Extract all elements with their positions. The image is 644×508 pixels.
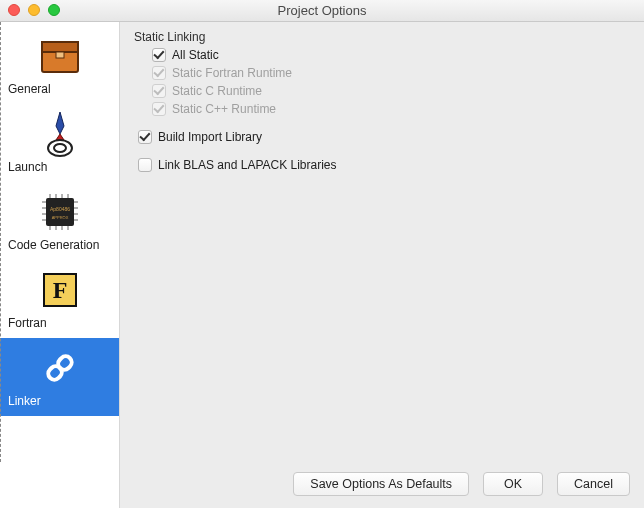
save-defaults-button[interactable]: Save Options As Defaults	[293, 472, 469, 496]
checkbox-icon	[138, 130, 152, 144]
cancel-button[interactable]: Cancel	[557, 472, 630, 496]
checkbox-link-blas-lapack[interactable]: Link BLAS and LAPACK Libraries	[138, 158, 630, 172]
svg-rect-5	[46, 198, 74, 226]
rocket-icon	[36, 110, 84, 158]
sidebar-item-linker[interactable]: Linker	[0, 338, 119, 416]
checkbox-build-import-library[interactable]: Build Import Library	[138, 130, 630, 144]
window-title: Project Options	[278, 3, 367, 18]
svg-rect-2	[56, 52, 64, 58]
checkbox-icon	[152, 66, 166, 80]
svg-text:F: F	[52, 277, 67, 303]
box-icon	[36, 32, 84, 80]
button-bar: Save Options As Defaults OK Cancel	[293, 472, 630, 496]
svg-rect-27	[55, 354, 73, 372]
zoom-window-icon[interactable]	[48, 4, 60, 16]
checkbox-icon	[152, 84, 166, 98]
checkbox-label: Build Import Library	[158, 130, 262, 144]
sidebar-item-general[interactable]: General	[0, 26, 119, 104]
group-label-static-linking: Static Linking	[134, 30, 630, 44]
checkbox-icon	[152, 48, 166, 62]
svg-rect-1	[42, 42, 78, 52]
svg-text:APPROX: APPROX	[51, 215, 68, 220]
ok-button[interactable]: OK	[483, 472, 543, 496]
checkbox-label: Static C++ Runtime	[172, 102, 276, 116]
sidebar-item-label: General	[4, 82, 115, 96]
sidebar-item-label: Launch	[4, 160, 115, 174]
checkbox-icon	[138, 158, 152, 172]
checkbox-static-fortran-runtime: Static Fortran Runtime	[152, 66, 630, 80]
fortran-icon: F	[36, 266, 84, 314]
sidebar-item-label: Fortran	[4, 316, 115, 330]
checkbox-label: Static Fortran Runtime	[172, 66, 292, 80]
svg-rect-26	[45, 364, 63, 382]
chain-link-icon	[36, 344, 84, 392]
close-window-icon[interactable]	[8, 4, 20, 16]
sidebar-item-codegen[interactable]: Ap80486 APPROX Code Generation	[0, 182, 119, 260]
sidebar-item-label: Code Generation	[4, 238, 115, 252]
checkbox-icon	[152, 102, 166, 116]
checkbox-static-c-runtime: Static C Runtime	[152, 84, 630, 98]
checkbox-label: Static C Runtime	[172, 84, 262, 98]
checkbox-label: All Static	[172, 48, 219, 62]
svg-point-4	[54, 144, 66, 152]
sidebar-item-launch[interactable]: Launch	[0, 104, 119, 182]
sidebar-item-label: Linker	[4, 394, 115, 408]
checkbox-all-static[interactable]: All Static	[152, 48, 630, 62]
checkbox-static-cpp-runtime: Static C++ Runtime	[152, 102, 630, 116]
minimize-window-icon[interactable]	[28, 4, 40, 16]
checkbox-label: Link BLAS and LAPACK Libraries	[158, 158, 337, 172]
titlebar: Project Options	[0, 0, 644, 22]
chip-icon: Ap80486 APPROX	[36, 188, 84, 236]
svg-text:Ap80486: Ap80486	[49, 206, 69, 212]
sidebar: General Launch Ap80486 APPROX	[0, 22, 120, 508]
main-pane: Static Linking All Static Static Fortran…	[120, 22, 644, 508]
sidebar-item-fortran[interactable]: F Fortran	[0, 260, 119, 338]
